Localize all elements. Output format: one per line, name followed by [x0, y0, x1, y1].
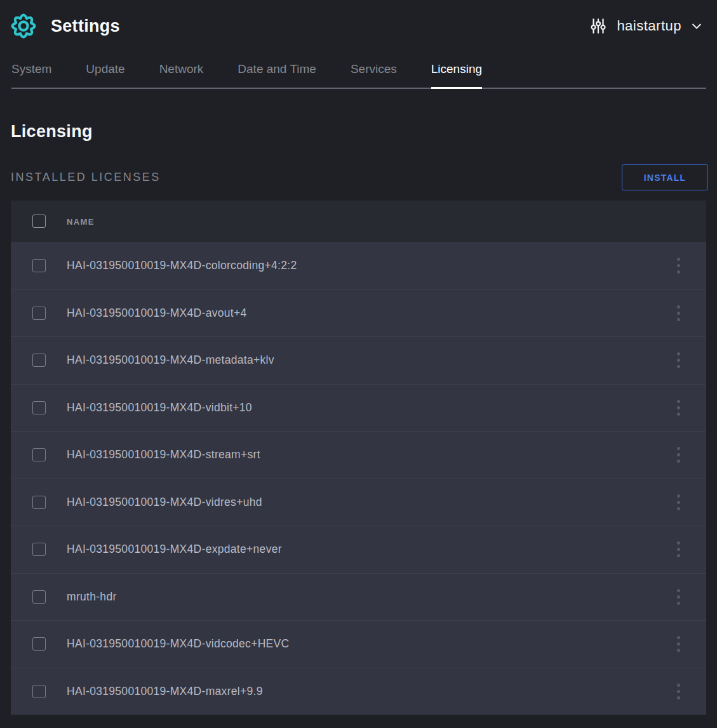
- license-name: HAI-031950010019-MX4D-expdate+never: [67, 543, 282, 555]
- page-title: Licensing: [11, 122, 706, 142]
- table-row[interactable]: mruth-hdr: [11, 573, 706, 621]
- row-checkbox[interactable]: [32, 448, 46, 461]
- row-checkbox[interactable]: [32, 543, 46, 556]
- table-row[interactable]: HAI-031950010019-MX4D-vidcodec+HEVC: [11, 620, 706, 668]
- table-row[interactable]: HAI-031950010019-MX4D-vidres+uhd: [11, 479, 706, 526]
- row-menu-icon[interactable]: [673, 443, 684, 467]
- row-menu-icon[interactable]: [673, 301, 684, 325]
- installed-licenses-header: INSTALLED LICENSES INSTALL: [11, 164, 708, 190]
- row-menu-icon[interactable]: [673, 348, 684, 372]
- row-checkbox[interactable]: [32, 496, 46, 509]
- row-menu-icon[interactable]: [673, 396, 684, 420]
- tab-date-and-time[interactable]: Date and Time: [238, 53, 316, 88]
- license-name: HAI-031950010019-MX4D-vidcodec+HEVC: [67, 637, 289, 650]
- account-name: haistartup: [617, 18, 681, 34]
- row-checkbox[interactable]: [32, 685, 46, 698]
- tab-system[interactable]: System: [11, 53, 51, 88]
- table-row[interactable]: HAI-031950010019-MX4D-colorcoding+4:2:2: [11, 242, 706, 289]
- chevron-down-icon: [690, 20, 703, 32]
- license-name: HAI-031950010019-MX4D-avout+4: [67, 307, 247, 319]
- license-name: HAI-031950010019-MX4D-metadata+klv: [67, 354, 274, 366]
- table-row[interactable]: HAI-031950010019-MX4D-expdate+never: [11, 526, 706, 573]
- row-checkbox[interactable]: [32, 259, 46, 272]
- license-name: HAI-031950010019-MX4D-maxrel+9.9: [67, 685, 263, 698]
- row-menu-icon[interactable]: [673, 585, 684, 609]
- row-checkbox[interactable]: [32, 354, 46, 367]
- settings-gear-icon: [9, 11, 38, 41]
- settings-tab-bar: System Update Network Date and Time Serv…: [11, 53, 706, 89]
- license-name: HAI-031950010019-MX4D-vidres+uhd: [67, 496, 262, 508]
- row-checkbox[interactable]: [32, 307, 46, 320]
- license-name: HAI-031950010019-MX4D-stream+srt: [67, 448, 260, 461]
- tab-services[interactable]: Services: [351, 53, 397, 88]
- table-body: HAI-031950010019-MX4D-colorcoding+4:2:2 …: [11, 242, 706, 715]
- row-menu-icon[interactable]: [673, 491, 684, 514]
- row-checkbox[interactable]: [32, 637, 46, 651]
- sliders-icon: [589, 17, 608, 36]
- tab-update[interactable]: Update: [86, 53, 124, 88]
- tab-licensing[interactable]: Licensing: [431, 53, 482, 88]
- license-name: mruth-hdr: [67, 590, 117, 603]
- section-title: INSTALLED LICENSES: [11, 171, 161, 184]
- app-header: Settings haistartup: [0, 0, 717, 50]
- license-name: HAI-031950010019-MX4D-vidbit+10: [67, 401, 252, 414]
- table-row[interactable]: HAI-031950010019-MX4D-vidbit+10: [11, 384, 706, 432]
- license-table: NAME HAI-031950010019-MX4D-colorcoding+4…: [11, 201, 706, 715]
- row-menu-icon[interactable]: [673, 680, 684, 703]
- app-title: Settings: [51, 17, 120, 36]
- license-name: HAI-031950010019-MX4D-colorcoding+4:2:2: [67, 259, 297, 272]
- tab-network[interactable]: Network: [159, 53, 204, 88]
- row-menu-icon[interactable]: [673, 632, 684, 656]
- row-checkbox[interactable]: [32, 401, 46, 414]
- row-checkbox[interactable]: [32, 590, 46, 604]
- table-header-row: NAME: [11, 201, 706, 242]
- table-row[interactable]: HAI-031950010019-MX4D-stream+srt: [11, 431, 706, 479]
- table-row[interactable]: HAI-031950010019-MX4D-avout+4: [11, 289, 706, 337]
- name-column-header: NAME: [67, 217, 95, 227]
- row-menu-icon[interactable]: [673, 254, 684, 277]
- account-menu[interactable]: haistartup: [589, 17, 707, 36]
- table-row[interactable]: HAI-031950010019-MX4D-metadata+klv: [11, 336, 706, 384]
- select-all-checkbox[interactable]: [32, 215, 46, 228]
- install-button[interactable]: INSTALL: [622, 164, 708, 190]
- row-menu-icon[interactable]: [673, 538, 684, 561]
- table-row[interactable]: HAI-031950010019-MX4D-maxrel+9.9: [11, 668, 706, 715]
